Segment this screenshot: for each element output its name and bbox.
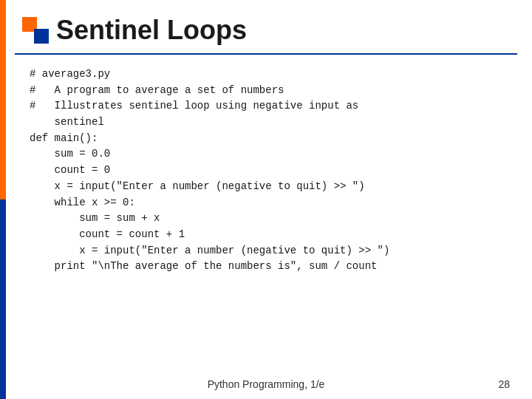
- icon-square-blue: [34, 29, 49, 44]
- footer-label: Python Programming, 1/e: [208, 378, 325, 390]
- footer: Python Programming, 1/e 28: [0, 378, 532, 390]
- code-line-8: count = 0: [30, 163, 517, 179]
- slide: Sentinel Loops # average3.py # A program…: [0, 0, 532, 399]
- code-line-12: count = count + 1: [30, 227, 517, 243]
- page-title: Sentinel Loops: [56, 15, 247, 46]
- code-line-13: x = input("Enter a number (negative to q…: [30, 243, 517, 259]
- code-block: # average3.py # A program to average a s…: [30, 66, 517, 275]
- code-line-3: # Illustrates sentinel loop using negati…: [30, 98, 517, 115]
- code-line-14: print "\nThe average of the numbers is",…: [30, 259, 517, 275]
- code-line-4: sentinel: [30, 115, 517, 131]
- accent-top: [0, 0, 6, 200]
- title-divider: [15, 53, 517, 55]
- code-line-1: # average3.py: [30, 66, 517, 83]
- code-line-6: def main():: [30, 131, 517, 147]
- accent-bar: [0, 0, 6, 399]
- code-line-7: sum = 0.0: [30, 146, 517, 163]
- footer-page-number: 28: [498, 378, 510, 390]
- title-area: Sentinel Loops: [22, 15, 517, 46]
- code-line-9: x = input("Enter a number (negative to q…: [30, 179, 517, 195]
- accent-bottom: [0, 200, 6, 399]
- code-line-2: # A program to average a set of numbers: [30, 83, 517, 99]
- code-line-10: while x >= 0:: [30, 195, 517, 211]
- code-line-11: sum = sum + x: [30, 211, 517, 227]
- title-icon: [22, 17, 49, 44]
